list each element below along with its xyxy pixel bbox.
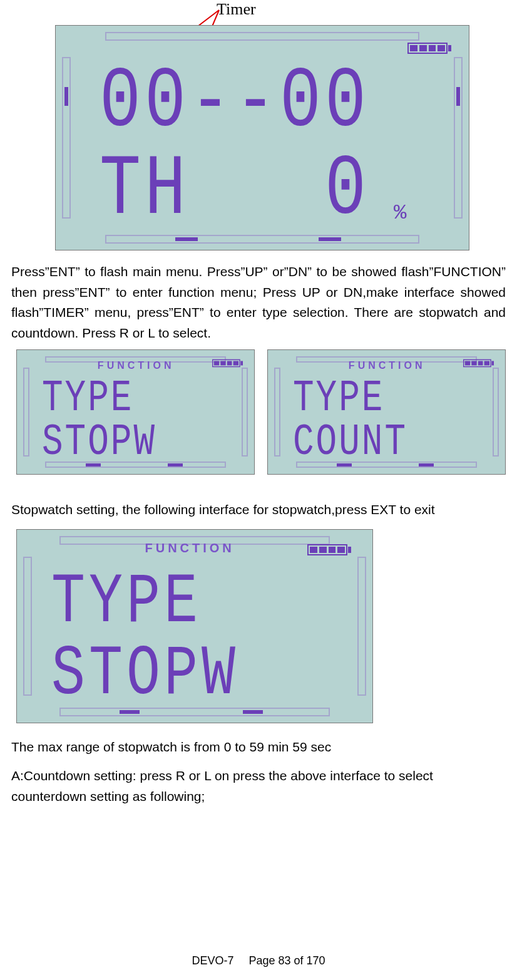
lcd-frame-bar: [23, 557, 32, 696]
lcd-line-2: STOPW: [42, 417, 156, 467]
lcd-pair-row: FUNCTION TYPE STOPW FUNCTION TYPE COUNT: [16, 349, 506, 475]
lcd-frame-bar: [357, 557, 366, 696]
instruction-paragraph-1: Press”ENT” to flash main menu. Press”UP”…: [11, 262, 506, 343]
lcd-screenshot-type-stopw-large: FUNCTION TYPE STOPW: [16, 529, 373, 723]
lcd-screenshot-type-count: FUNCTION TYPE COUNT: [267, 349, 506, 475]
lcd-frame-bar: [242, 368, 248, 457]
lcd-line-2: STOPW: [51, 634, 239, 714]
battery-icon: [463, 359, 494, 368]
instruction-paragraph-2: Stopwatch setting, the following interfa…: [11, 500, 506, 520]
lcd-line-2-right: 0: [325, 141, 370, 239]
page-footer: DEVO-7Page 83 of 170: [0, 954, 517, 967]
lcd-frame-bar: [105, 32, 419, 41]
instruction-paragraph-3: The max range of stopwatch is from 0 to …: [11, 737, 506, 758]
timer-label: Timer: [217, 0, 256, 19]
lcd-line-2-left: TH: [100, 141, 190, 239]
lcd-frame-bar: [62, 57, 71, 219]
lcd-frame-bar: [274, 368, 280, 457]
timer-callout-row: Timer: [11, 0, 506, 25]
lcd-line-1: TYPE: [42, 373, 133, 423]
percent-icon: %: [394, 201, 406, 225]
lcd-screenshot-type-stopw: FUNCTION TYPE STOPW: [16, 349, 255, 475]
footer-page-number: Page 83 of 170: [248, 954, 325, 967]
battery-icon: [212, 359, 243, 368]
lcd-frame-bar: [493, 368, 499, 457]
function-label: FUNCTION: [145, 541, 234, 555]
lcd-line-1: TYPE: [51, 562, 202, 642]
lcd-frame-bar: [23, 368, 29, 457]
instruction-paragraph-4: A:Countdown setting: press R or L on pre…: [11, 766, 506, 807]
function-label: FUNCTION: [98, 360, 175, 371]
battery-icon: [307, 544, 351, 556]
lcd-line-2: COUNT: [293, 417, 407, 467]
lcd-line-1: 00--00: [100, 53, 370, 151]
lcd-frame-bar: [454, 57, 463, 219]
footer-model: DEVO-7: [192, 954, 233, 967]
lcd-line-1: TYPE: [293, 373, 384, 423]
lcd-screenshot-timer: 00--00 TH 0 %: [55, 25, 469, 250]
function-label: FUNCTION: [349, 360, 426, 371]
battery-icon: [407, 42, 451, 54]
